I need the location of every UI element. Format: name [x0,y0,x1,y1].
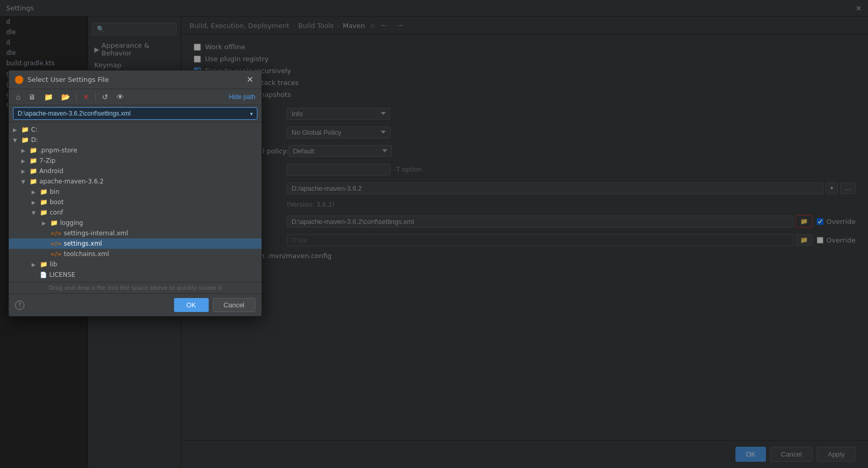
folder-icon-boot: 📁 [40,198,48,206]
tree-label-apache: apache-maven-3.6.2 [39,178,104,185]
tree-label-d: D: [31,136,38,144]
modal-toolbar: ⌂ 🖥 📁 📂 ✕ ↺ 👁 Hide path [9,89,262,105]
tree-arrow-conf: ▼ [32,210,38,216]
tree-label-boot: boot [50,198,64,206]
modal-hint: Drag and drop a file into the space abov… [9,282,262,293]
path-input-display: D:\apache-maven-3.6.2\conf\settings.xml … [13,107,257,120]
tree-label-7zip: 7-Zip [39,157,55,164]
toolbar-delete-btn[interactable]: ✕ [80,91,92,103]
path-input-container: D:\apache-maven-3.6.2\conf\settings.xml … [9,105,262,122]
modal-cancel-btn[interactable]: Cancel [213,298,255,312]
tree-arrow-apache: ▼ [21,179,27,185]
modal-footer: ? OK Cancel [9,293,262,316]
tree-item-pnpm[interactable]: ▶ 📁 .pnpm-store [9,145,262,155]
modal-help-icon[interactable]: ? [15,301,24,310]
modal-close-btn[interactable]: ✕ [244,75,255,84]
tree-label-android: Android [39,167,63,175]
tree-label-license: LICENSE [49,271,75,278]
tree-item-c[interactable]: ▶ 📁 C: [9,124,262,135]
hide-path-btn[interactable]: Hide path [227,92,257,102]
modal-title-text: Select User Settings File [27,76,109,83]
select-user-settings-modal: Select User Settings File ✕ ⌂ 🖥 📁 📂 ✕ ↺ … [8,70,262,317]
toolbar-divider-2 [95,93,96,101]
folder-icon-apache: 📁 [30,178,37,185]
tree-arrow-android: ▶ [21,168,27,174]
file-icon-license: 📄 [40,272,47,278]
toolbar-folder-add-btn[interactable]: 📂 [58,91,73,103]
tree-label-lib: lib [50,261,57,268]
folder-icon-d: 📁 [21,136,29,144]
folder-icon-logging: 📁 [50,219,58,226]
tree-item-toolchains[interactable]: </> toolchains.xml [9,249,262,259]
tree-arrow-d: ▼ [13,137,19,143]
tree-item-logging[interactable]: ▶ 📁 logging [9,218,262,228]
xml-file-icon-settings: </> [50,240,62,247]
tree-arrow-boot: ▶ [32,200,38,205]
tree-label-bin: bin [50,188,60,195]
modal-title-icon [15,76,23,84]
toolbar-folder-tree-btn[interactable]: 📁 [41,91,56,103]
modal-ok-btn[interactable]: OK [174,298,209,312]
xml-file-icon-toolchains: </> [50,251,62,258]
tree-item-settings-internal[interactable]: </> settings-internal.xml [9,228,262,238]
toolbar-home-btn[interactable]: ⌂ [13,91,23,103]
tree-item-android[interactable]: ▶ 📁 Android [9,166,262,176]
tree-label-c: C: [31,126,37,133]
modal-titlebar: Select User Settings File ✕ [9,70,262,89]
folder-icon-android: 📁 [30,167,37,175]
folder-icon-conf: 📁 [40,209,48,216]
tree-item-boot[interactable]: ▶ 📁 boot [9,197,262,207]
tree-item-d[interactable]: ▼ 📁 D: [9,135,262,145]
toolbar-show-btn[interactable]: 👁 [113,91,127,103]
folder-icon-lib: 📁 [40,261,48,268]
tree-label-toolchains: toolchains.xml [64,250,109,258]
tree-item-bin[interactable]: ▶ 📁 bin [9,187,262,197]
tree-label-settings-internal: settings-internal.xml [64,230,128,237]
tree-arrow-bin: ▶ [32,189,38,195]
modal-overlay: Select User Settings File ✕ ⌂ 🖥 📁 📂 ✕ ↺ … [0,0,868,468]
tree-label-settings: settings.xml [64,240,102,247]
folder-icon-7zip: 📁 [30,157,37,164]
tree-label-pnpm: .pnpm-store [39,147,77,154]
tree-arrow-lib: ▶ [32,262,38,267]
tree-arrow-7zip: ▶ [21,158,27,164]
tree-arrow-logging: ▶ [42,220,48,226]
tree-item-apache[interactable]: ▼ 📁 apache-maven-3.6.2 [9,176,262,187]
tree-item-conf[interactable]: ▼ 📁 conf [9,207,262,218]
toolbar-divider-1 [76,93,77,101]
modal-footer-buttons: OK Cancel [174,298,255,312]
toolbar-desktop-btn[interactable]: 🖥 [25,91,39,103]
xml-file-icon-settings-internal: </> [50,230,62,237]
path-dropdown-arrow: ▾ [250,111,253,117]
tree-item-7zip[interactable]: ▶ 📁 7-Zip [9,155,262,166]
toolbar-refresh-btn[interactable]: ↺ [99,91,111,103]
modal-tree: ▶ 📁 C: ▼ 📁 D: ▶ 📁 .pnpm-store ▶ 📁 7-Zip [9,122,262,282]
tree-item-lib[interactable]: ▶ 📁 lib [9,259,262,270]
folder-icon-c: 📁 [21,126,29,133]
tree-item-settings[interactable]: </> settings.xml [9,238,262,249]
tree-label-logging: logging [60,219,83,226]
folder-icon-bin: 📁 [40,188,48,195]
tree-arrow-pnpm: ▶ [21,148,27,153]
tree-item-license[interactable]: 📄 LICENSE [9,270,262,280]
tree-arrow-c: ▶ [13,127,19,133]
folder-icon-pnpm: 📁 [30,147,37,154]
tree-label-conf: conf [50,209,63,216]
modal-title: Select User Settings File [15,76,244,84]
path-input-field[interactable]: D:\apache-maven-3.6.2\conf\settings.xml [18,110,242,117]
